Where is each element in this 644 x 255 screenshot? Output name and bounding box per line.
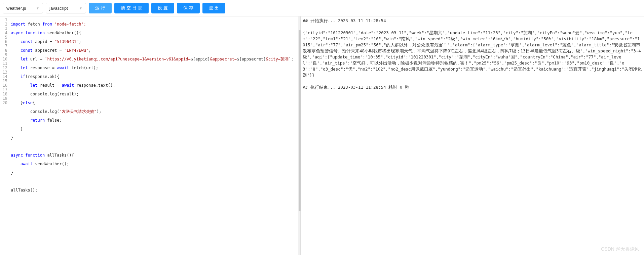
filename-select[interactable]: weather.js ▼	[3, 3, 43, 13]
code-area[interactable]: import fetch from 'node-fetch'; async fu…	[9, 16, 298, 255]
console-start: ## 开始执行... 2023-03-11 11:28:54	[303, 18, 642, 24]
console-end: ## 执行结束... 2023-03-11 11:28:54 耗时 0 秒	[303, 84, 642, 90]
filename-value: weather.js	[6, 6, 26, 11]
language-select[interactable]: javascript ▼	[46, 3, 86, 13]
chevron-down-icon: ▼	[79, 6, 82, 10]
line-gutter: 1 2 3 4 5 6 7 8 9 10 11 12 13 14 15 16 1…	[0, 16, 9, 255]
code-editor[interactable]: 1 2 3 4 5 6 7 8 9 10 11 12 13 14 15 16 1…	[0, 16, 298, 255]
exit-button[interactable]: 退出	[202, 3, 225, 13]
output-console[interactable]: ## 开始执行... 2023-03-11 11:28:54 {"cityid"…	[301, 16, 644, 255]
splitter[interactable]	[298, 16, 301, 255]
line-number: 20	[0, 101, 7, 105]
clear-log-button[interactable]: 清空日志	[114, 3, 149, 13]
language-value: javascript	[49, 6, 68, 11]
main-split: 1 2 3 4 5 6 7 8 9 10 11 12 13 14 15 16 1…	[0, 16, 644, 255]
console-body: {"cityid":"101220301","date":"2023-03-11…	[303, 30, 642, 78]
run-button[interactable]: 运行	[89, 3, 112, 13]
save-button[interactable]: 保存	[177, 3, 200, 13]
watermark: CSDN @无畏烧风	[601, 246, 639, 252]
scrollbar-thumb[interactable]	[299, 30, 301, 211]
toolbar: weather.js ▼ javascript ▼ 运行 清空日志 设置 保存 …	[0, 0, 644, 16]
chevron-down-icon: ▼	[36, 6, 39, 10]
settings-button[interactable]: 设置	[151, 3, 174, 13]
